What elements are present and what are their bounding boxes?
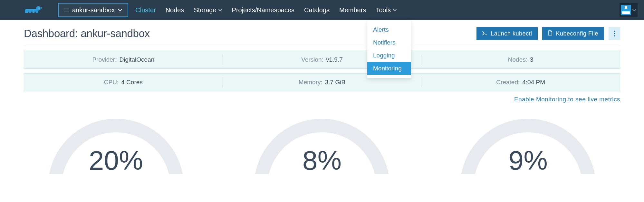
info-value: v1.9.7: [326, 56, 343, 63]
launch-kubectl-label: Launch kubectl: [491, 30, 532, 37]
nav-cluster[interactable]: Cluster: [135, 6, 156, 14]
info-memory: Memory: 3.7 GiB: [223, 79, 421, 86]
nav-tools[interactable]: Tools: [376, 6, 397, 14]
menu-notifiers[interactable]: Notifiers: [367, 36, 411, 49]
user-menu[interactable]: [620, 3, 638, 17]
chevron-down-icon: [118, 9, 122, 11]
more-actions-button[interactable]: [609, 27, 620, 40]
tools-dropdown: Alerts Notifiers Logging Monitoring: [367, 20, 411, 78]
info-nodes: Nodes: 3: [421, 56, 620, 63]
info-value: 3: [530, 56, 533, 63]
info-label: Created:: [496, 79, 520, 86]
chevron-down-icon: [218, 9, 222, 11]
svg-point-1: [39, 8, 40, 9]
svg-point-7: [614, 33, 615, 34]
info-created: Created: 4:04 PM: [421, 79, 620, 86]
avatar: [621, 5, 631, 15]
info-value: DigitalOcean: [119, 56, 154, 63]
nav-projects[interactable]: Projects/Namespaces: [232, 6, 295, 14]
cluster-name: ankur-sandbox: [72, 6, 115, 14]
gauge-2-value: 8%: [248, 145, 396, 174]
nav-members[interactable]: Members: [339, 6, 366, 14]
chevron-down-icon: [632, 9, 636, 11]
menu-monitoring[interactable]: Monitoring: [367, 62, 411, 75]
enable-monitoring-link[interactable]: Enable Monitoring to see live metrics: [514, 96, 620, 103]
file-icon: [548, 30, 553, 37]
launch-kubectl-button[interactable]: Launch kubectl: [476, 27, 538, 40]
info-label: CPU:: [104, 79, 119, 86]
gauges-row: 20% 8% 9%: [13, 113, 631, 174]
nav-storage[interactable]: Storage: [194, 6, 222, 14]
info-label: Version:: [301, 56, 323, 63]
gauge-3: 9%: [454, 113, 602, 174]
bars-icon: [64, 6, 69, 14]
terminal-icon: [482, 30, 487, 37]
nav-tools-label: Tools: [376, 6, 391, 14]
info-label: Provider:: [92, 56, 117, 63]
gauge-3-value: 9%: [454, 145, 602, 174]
chevron-down-icon: [393, 9, 397, 11]
svg-point-0: [36, 6, 41, 11]
svg-point-6: [614, 31, 615, 32]
info-provider: Provider: DigitalOcean: [24, 56, 223, 63]
info-value: 3.7 GiB: [325, 79, 345, 86]
monitoring-link-row: Enable Monitoring to see live metrics: [0, 91, 644, 103]
info-cpu: CPU: 4 Cores: [24, 79, 223, 86]
nav-storage-label: Storage: [194, 6, 216, 14]
gauge-2: 8%: [248, 113, 396, 174]
topbar: ankur-sandbox Cluster Nodes Storage Proj…: [0, 0, 644, 20]
info-strip-1: Provider: DigitalOcean Version: v1.9.7 N…: [24, 51, 620, 69]
info-value: 4:04 PM: [522, 79, 545, 86]
nav-nodes[interactable]: Nodes: [166, 6, 184, 14]
menu-logging[interactable]: Logging: [367, 49, 411, 62]
menu-alerts[interactable]: Alerts: [367, 23, 411, 36]
cluster-selector[interactable]: ankur-sandbox: [58, 3, 128, 17]
nav-catalogs[interactable]: Catalogs: [304, 6, 330, 14]
gauge-1-value: 20%: [42, 145, 190, 174]
info-label: Memory:: [299, 79, 322, 86]
gauge-1: 20%: [42, 113, 190, 174]
logo: [24, 4, 43, 15]
main-nav: Cluster Nodes Storage Projects/Namespace…: [135, 6, 397, 14]
page-header: Dashboard: ankur-sandbox Launch kubectl …: [0, 20, 644, 46]
svg-point-8: [614, 35, 615, 36]
kubeconfig-button[interactable]: Kubeconfig File: [542, 27, 604, 40]
info-label: Nodes:: [508, 56, 527, 63]
info-value: 4 Cores: [121, 79, 143, 86]
kubeconfig-label: Kubeconfig File: [556, 30, 598, 37]
info-strip-2: CPU: 4 Cores Memory: 3.7 GiB Created: 4:…: [24, 73, 620, 91]
